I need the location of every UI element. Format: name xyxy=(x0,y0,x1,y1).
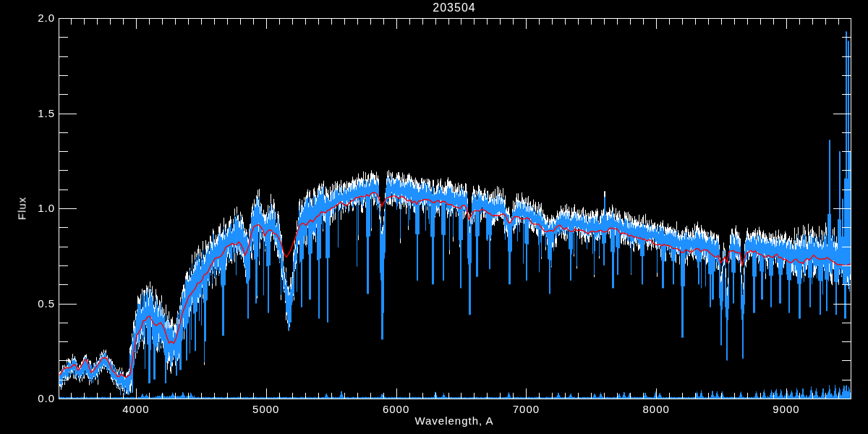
y-tick-label: 1.0 xyxy=(0,202,55,214)
spectrum-plot-canvas xyxy=(0,0,868,434)
x-tick-label: 6000 xyxy=(367,403,425,415)
x-tick-label: 5000 xyxy=(237,403,295,415)
y-tick-label: 0.0 xyxy=(0,392,55,404)
y-tick-label: 1.5 xyxy=(0,107,55,119)
x-axis-label: Wavelength, A xyxy=(41,414,868,427)
y-tick-label: 2.0 xyxy=(0,12,55,24)
spectrum-figure: 203504 Wavelength, A Flux 0.00.51.01.52.… xyxy=(0,0,868,434)
x-tick-label: 9000 xyxy=(757,403,815,415)
x-tick-label: 7000 xyxy=(497,403,555,415)
x-tick-label: 8000 xyxy=(627,403,685,415)
y-tick-label: 0.5 xyxy=(0,297,55,310)
x-tick-label: 4000 xyxy=(107,403,165,415)
plot-title: 203504 xyxy=(41,1,868,14)
